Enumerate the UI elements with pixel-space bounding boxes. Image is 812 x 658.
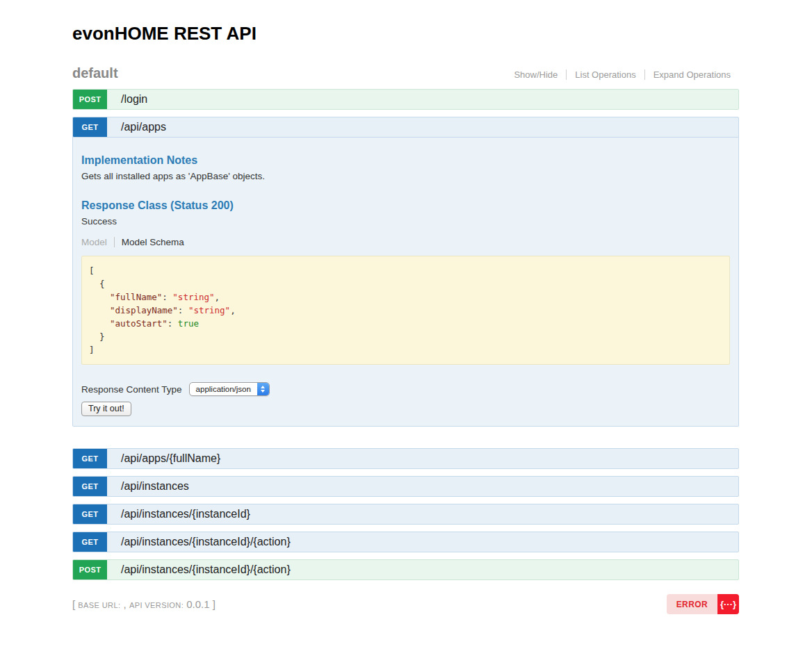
endpoint-path[interactable]: /api/instances/{instanceId} [121, 508, 250, 520]
operation-detail-panel: Implementation Notes Gets all installed … [72, 138, 739, 427]
endpoint-row-api-instances-id-action-get[interactable]: GET /api/instances/{instanceId}/{action} [72, 532, 739, 552]
implementation-notes-text: Gets all installed apps as 'AppBase' obj… [81, 171, 730, 181]
tab-model-schema[interactable]: Model Schema [115, 237, 184, 247]
code-line: [ [89, 264, 722, 277]
try-it-out-button[interactable]: Try it out! [81, 402, 131, 416]
method-badge-get: GET [73, 532, 107, 552]
page-footer: [ BASE URL: , API VERSION: 0.0.1 ] ERROR… [72, 594, 739, 614]
code-line: "fullName": "string", [89, 290, 722, 304]
endpoint-path[interactable]: /api/apps [121, 121, 166, 133]
method-badge-get: GET [73, 117, 107, 137]
response-content-type-label: Response Content Type [81, 384, 182, 395]
response-class-text: Success [81, 216, 730, 227]
response-class-heading: Response Class (Status 200) [81, 199, 730, 212]
swagger-page: evonHOME REST API default Show/Hide List… [72, 23, 739, 614]
api-title: evonHOME REST API [72, 23, 739, 44]
section-links: Show/Hide List Operations Expand Operati… [514, 69, 739, 81]
endpoint-path[interactable]: /api/apps/{fullName} [121, 452, 220, 465]
endpoint-path[interactable]: /login [121, 93, 147, 106]
endpoint-row-login[interactable]: POST /login [72, 89, 739, 110]
api-validator-badge[interactable]: ERROR {···} [667, 594, 739, 614]
method-badge-get: GET [73, 449, 107, 468]
expand-operations-link[interactable]: Expand Operations [644, 69, 739, 80]
selected-content-type: application/json [190, 383, 257, 395]
code-line: { [89, 277, 722, 290]
endpoint-row-api-apps-fullname[interactable]: GET /api/apps/{fullName} [72, 448, 739, 469]
method-badge-post: POST [73, 560, 107, 579]
model-schema-code-block: [ { "fullName": "string", "displayName":… [81, 256, 730, 365]
endpoint-row-api-apps[interactable]: GET /api/apps [72, 117, 739, 138]
endpoint-row-api-instances-id[interactable]: GET /api/instances/{instanceId} [72, 504, 739, 525]
base-url-label: BASE URL: [78, 601, 120, 609]
code-line: ] [89, 343, 722, 356]
endpoint-row-api-instances[interactable]: GET /api/instances [72, 476, 739, 497]
list-operations-link[interactable]: List Operations [566, 69, 644, 80]
code-line: } [89, 330, 722, 343]
api-version-value: 0.0.1 [186, 598, 209, 610]
implementation-notes-heading: Implementation Notes [81, 154, 730, 167]
method-badge-get: GET [73, 477, 107, 496]
section-name-default: default [72, 65, 118, 81]
response-content-type-row: Response Content Type application/json [81, 382, 730, 396]
endpoint-row-api-instances-id-action-post[interactable]: POST /api/instances/{instanceId}/{action… [72, 559, 739, 580]
response-content-type-select[interactable]: application/json [189, 382, 270, 396]
show-hide-link[interactable]: Show/Hide [514, 69, 566, 80]
json-braces-icon: {···} [717, 594, 739, 614]
method-badge-get: GET [73, 504, 107, 524]
code-line: "displayName": "string", [89, 304, 722, 317]
method-badge-post: POST [73, 90, 107, 109]
endpoint-path[interactable]: /api/instances [121, 480, 189, 493]
endpoint-path[interactable]: /api/instances/{instanceId}/{action} [121, 536, 291, 548]
schema-tabs: Model Model Schema [81, 237, 730, 247]
tab-model[interactable]: Model [81, 237, 115, 247]
endpoint-list: GET /api/apps/{fullName} GET /api/instan… [72, 448, 739, 580]
api-version-label: API VERSION: [129, 601, 184, 609]
code-line: "autoStart": true [89, 317, 722, 330]
select-stepper-icon [257, 383, 269, 395]
endpoint-path[interactable]: /api/instances/{instanceId}/{action} [121, 564, 291, 576]
section-header: default Show/Hide List Operations Expand… [72, 65, 739, 81]
base-url-text: [ BASE URL: , API VERSION: 0.0.1 ] [72, 598, 216, 610]
validator-error-label: ERROR [667, 594, 717, 614]
